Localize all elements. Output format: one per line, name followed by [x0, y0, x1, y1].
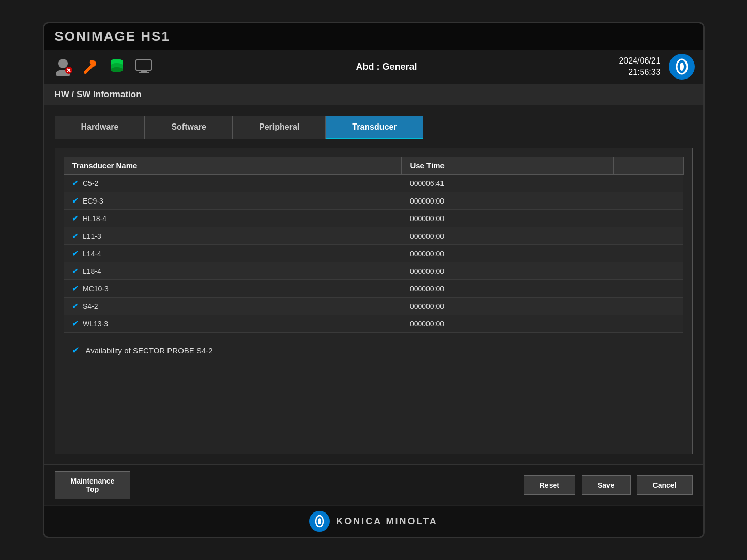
- tab-peripheral[interactable]: Peripheral: [233, 116, 326, 139]
- use-time-cell: 000000:00: [402, 245, 613, 262]
- col-header-use-time: Use Time: [402, 157, 613, 175]
- use-time-cell: 000000:00: [402, 192, 613, 210]
- row-check-icon: ✔: [72, 214, 79, 223]
- date-display: 2024/06/21: [619, 55, 660, 67]
- time-display: 21:56:33: [619, 67, 660, 78]
- availability-label: Availability of SECTOR PROBE S4-2: [86, 346, 213, 355]
- extra-cell: [613, 262, 683, 280]
- row-check-icon: ✔: [72, 319, 79, 328]
- transducer-name-cell: ✔HL18-4: [64, 210, 402, 227]
- table-row: ✔S4-2000000:00: [64, 298, 683, 315]
- nav-icons-group: [53, 56, 154, 77]
- svg-point-0: [58, 59, 68, 68]
- use-time-cell: 000000:00: [402, 298, 613, 315]
- monitor-frame: SONIMAGE HS1: [43, 22, 705, 538]
- transducer-name: EC9-3: [83, 197, 103, 205]
- transducer-name: L14-4: [83, 250, 101, 258]
- table-row: ✔MC10-3000000:00: [64, 280, 683, 298]
- transducer-name: HL18-4: [83, 214, 106, 223]
- nav-bar: Abd : General 2024/06/21 21:56:33: [44, 50, 703, 84]
- tab-hardware[interactable]: Hardware: [55, 116, 145, 139]
- svg-point-5: [84, 71, 87, 74]
- table-row: ✔WL13-3000000:00: [64, 315, 683, 333]
- svg-rect-11: [136, 60, 151, 70]
- extra-cell: [613, 298, 683, 315]
- row-check-icon: ✔: [72, 284, 79, 293]
- user-icon[interactable]: [53, 56, 73, 77]
- tab-bar: Hardware Software Peripheral Transducer: [55, 116, 693, 139]
- maintenance-top-button[interactable]: Maintenance Top: [55, 471, 131, 499]
- transducer-name: C5-2: [83, 179, 98, 188]
- transducer-name-cell: ✔MC10-3: [64, 280, 402, 298]
- transducer-name-cell: ✔WL13-3: [64, 315, 402, 333]
- transducer-name: MC10-3: [83, 285, 109, 293]
- reset-button[interactable]: Reset: [524, 475, 575, 495]
- cancel-button[interactable]: Cancel: [637, 475, 693, 495]
- transducer-name: S4-2: [83, 302, 98, 310]
- use-time-cell: 000000:00: [402, 262, 613, 280]
- extra-cell: [613, 192, 683, 210]
- table-row: ✔HL18-4000000:00: [64, 210, 683, 227]
- use-time-cell: 000000:00: [402, 210, 613, 227]
- bottom-brand-bar: KONICA MINOLTA: [44, 505, 703, 537]
- save-button[interactable]: Save: [582, 475, 631, 495]
- extra-cell: [613, 280, 683, 298]
- use-time-cell: 000000:00: [402, 315, 613, 333]
- row-check-icon: ✔: [72, 196, 79, 205]
- availability-check-icon: ✔: [72, 345, 80, 356]
- nav-right: 2024/06/21 21:56:33: [619, 54, 694, 80]
- database-icon[interactable]: [106, 56, 127, 77]
- row-check-icon: ✔: [72, 249, 79, 258]
- action-buttons-group: Reset Save Cancel: [524, 475, 693, 495]
- konica-logo-bottom: [309, 511, 330, 532]
- wrench-icon[interactable]: [80, 56, 100, 77]
- monitor-icon[interactable]: [133, 56, 154, 77]
- col-header-extra: [613, 157, 683, 175]
- transducer-name: WL13-3: [83, 320, 108, 328]
- table-container: Transducer Name Use Time ✔C5-2000006:41✔…: [55, 148, 693, 454]
- extra-cell: [613, 227, 683, 245]
- use-time-cell: 000000:00: [402, 280, 613, 298]
- row-check-icon: ✔: [72, 267, 79, 275]
- main-content: Hardware Software Peripheral Transducer …: [44, 105, 703, 464]
- svg-point-10: [111, 67, 123, 72]
- transducer-name-cell: ✔L14-4: [64, 245, 402, 262]
- svg-point-16: [680, 63, 684, 71]
- konica-brand-text: KONICA MINOLTA: [336, 516, 438, 527]
- row-check-icon: ✔: [72, 231, 79, 240]
- transducer-name-cell: ✔L18-4: [64, 262, 402, 280]
- brand-title: SONIMAGE HS1: [55, 28, 170, 44]
- transducer-name-cell: ✔L11-3: [64, 227, 402, 245]
- table-row: ✔L18-4000000:00: [64, 262, 683, 280]
- transducer-name-cell: ✔EC9-3: [64, 192, 402, 210]
- top-brand-bar: SONIMAGE HS1: [44, 23, 703, 50]
- use-time-cell: 000006:41: [402, 175, 613, 192]
- availability-bar: ✔ Availability of SECTOR PROBE S4-2: [64, 339, 684, 361]
- row-check-icon: ✔: [72, 179, 79, 188]
- transducer-table: Transducer Name Use Time ✔C5-2000006:41✔…: [64, 157, 684, 333]
- extra-cell: [613, 210, 683, 227]
- table-row: ✔C5-2000006:41: [64, 175, 683, 192]
- col-header-name: Transducer Name: [64, 157, 402, 175]
- nav-center-text: Abd : General: [356, 61, 417, 72]
- extra-cell: [613, 315, 683, 333]
- table-row: ✔EC9-3000000:00: [64, 192, 683, 210]
- transducer-name-cell: ✔C5-2: [64, 175, 402, 192]
- extra-cell: [613, 245, 683, 262]
- extra-cell: [613, 175, 683, 192]
- use-time-cell: 000000:00: [402, 227, 613, 245]
- section-header: HW / SW Information: [44, 84, 703, 105]
- row-check-icon: ✔: [72, 302, 79, 310]
- tab-transducer[interactable]: Transducer: [326, 116, 423, 139]
- table-row: ✔L14-4000000:00: [64, 245, 683, 262]
- svg-rect-13: [139, 72, 149, 73]
- transducer-name: L11-3: [83, 232, 101, 240]
- bottom-action-bar: Maintenance Top Reset Save Cancel: [44, 464, 703, 505]
- datetime: 2024/06/21 21:56:33: [619, 55, 660, 79]
- svg-rect-12: [141, 70, 147, 72]
- transducer-name: L18-4: [83, 267, 101, 275]
- tab-software[interactable]: Software: [145, 116, 233, 139]
- transducer-name-cell: ✔S4-2: [64, 298, 402, 315]
- table-row: ✔L11-3000000:00: [64, 227, 683, 245]
- konica-logo-small: [669, 54, 695, 80]
